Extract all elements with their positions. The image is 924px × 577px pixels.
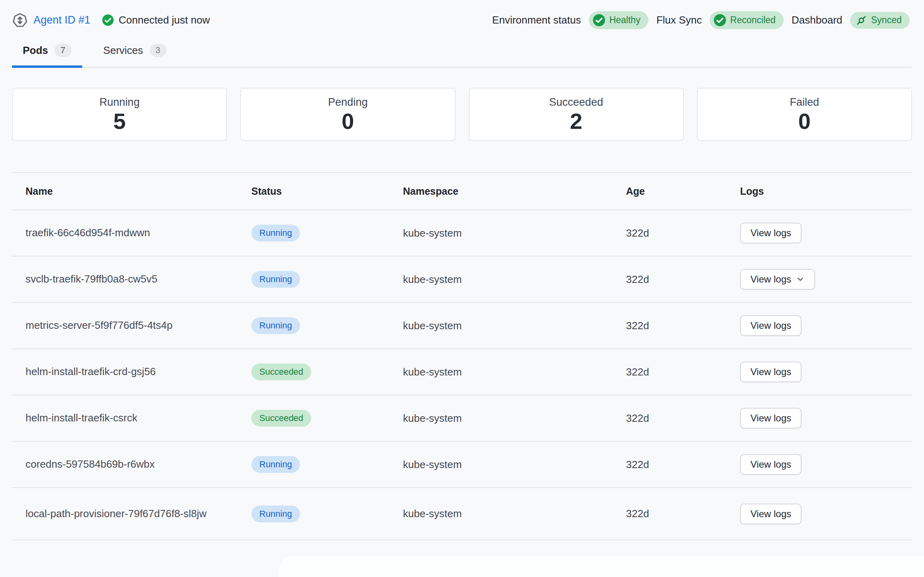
topbar: Agent ID #1 Connected just now Environme… — [0, 0, 924, 29]
view-logs-button[interactable]: View logs — [740, 315, 802, 336]
status-badge: Running — [251, 456, 300, 473]
status-badge: Running — [251, 317, 300, 334]
pod-name: local-path-provisioner-79f67d76f8-sl8jw — [26, 507, 207, 521]
column-header-age: Age — [626, 186, 740, 197]
summary-card-succeeded: Succeeded 2 — [469, 88, 684, 141]
view-logs-label: View logs — [750, 413, 791, 424]
column-header-status: Status — [251, 186, 403, 197]
dashboard-sync-badge: Synced — [850, 12, 910, 29]
view-logs-label: View logs — [750, 366, 791, 377]
summary-card-value: 5 — [113, 110, 126, 132]
view-logs-button[interactable]: View logs — [740, 362, 802, 382]
status-badge: Succeeded — [251, 410, 311, 427]
view-logs-button[interactable]: View logs — [740, 504, 802, 524]
summary-card-label: Pending — [328, 96, 367, 109]
status-badge: Running — [251, 506, 300, 522]
namespace: kube-system — [403, 366, 626, 378]
table-header: Name Status Namespace Age Logs — [12, 172, 912, 210]
status-badge: Running — [251, 271, 300, 288]
pods-table: Name Status Namespace Age Logs traefik-6… — [12, 172, 912, 540]
pod-name: svclb-traefik-79ffb0a8-cw5v5 — [26, 272, 157, 286]
age: 322d — [626, 227, 740, 239]
topbar-right: Environment status Healthy Flux Sync Rec… — [492, 11, 910, 29]
namespace: kube-system — [403, 508, 626, 520]
status-badge: Succeeded — [251, 364, 311, 380]
tab-pods[interactable]: Pods 7 — [12, 40, 82, 67]
view-logs-button[interactable]: View logs — [740, 408, 802, 429]
summary-card-value: 0 — [798, 110, 811, 132]
summary-card-pending: Pending 0 — [240, 88, 455, 141]
namespace: kube-system — [403, 412, 626, 425]
view-logs-button[interactable]: View logs — [740, 454, 802, 475]
tab-services-count-badge: 3 — [150, 43, 166, 57]
agent-shield-icon — [12, 12, 28, 28]
topbar-left: Agent ID #1 Connected just now — [12, 12, 210, 28]
view-logs-label: View logs — [750, 320, 791, 331]
namespace: kube-system — [403, 458, 626, 471]
table-row: coredns-597584b69b-r6wbx Running kube-sy… — [12, 442, 912, 488]
table-row: svclb-traefik-79ffb0a8-cw5v5 Running kub… — [12, 257, 912, 303]
pod-name: traefik-66c46d954f-mdwwn — [26, 226, 150, 240]
pod-name: metrics-server-5f9f776df5-4ts4p — [26, 318, 172, 332]
pod-name: helm-install-traefik-crd-gsj56 — [26, 365, 156, 379]
synced-link-icon — [855, 14, 867, 26]
agent-dashboard-page: Agent ID #1 Connected just now Environme… — [0, 0, 924, 577]
healthy-check-icon — [592, 14, 606, 27]
column-header-logs: Logs — [740, 186, 912, 197]
view-logs-button[interactable]: View logs — [740, 223, 802, 243]
agent-id-link[interactable]: Agent ID #1 — [34, 14, 91, 26]
environment-status-badge-label: Healthy — [609, 15, 640, 26]
table-row: helm-install-traefik-crd-gsj56 Succeeded… — [12, 349, 912, 395]
bottom-sheet-edge — [279, 556, 924, 577]
namespace: kube-system — [403, 273, 626, 286]
summary-card-running: Running 5 — [12, 88, 227, 141]
environment-status-label: Environment status — [492, 14, 581, 26]
tab-bar: Pods 7 Services 3 — [12, 40, 912, 68]
flux-sync-label: Flux Sync — [656, 14, 702, 26]
reconciled-check-icon — [713, 14, 727, 27]
dashboard-sync-badge-label: Synced — [871, 15, 902, 26]
view-logs-dropdown-button[interactable]: View logs — [740, 269, 815, 290]
summary-card-label: Running — [99, 96, 140, 109]
age: 322d — [626, 412, 740, 425]
tab-services-label: Services — [103, 44, 143, 57]
environment-status-badge: Healthy — [589, 11, 648, 29]
tab-pods-count-badge: 7 — [55, 43, 71, 57]
age: 322d — [626, 508, 740, 520]
column-header-name: Name — [12, 186, 251, 197]
pod-name: coredns-597584b69b-r6wbx — [26, 457, 155, 471]
table-row: local-path-provisioner-79f67d76f8-sl8jw … — [12, 488, 912, 540]
age: 322d — [626, 320, 740, 332]
flux-sync-badge: Reconciled — [710, 11, 784, 29]
view-logs-label: View logs — [750, 274, 791, 285]
summary-card-label: Succeeded — [549, 96, 603, 109]
summary-card-label: Failed — [790, 96, 819, 109]
namespace: kube-system — [403, 227, 626, 239]
summary-card-failed: Failed 0 — [697, 88, 912, 141]
column-header-namespace: Namespace — [403, 186, 626, 197]
chevron-down-icon — [796, 275, 805, 284]
connection-status-text: Connected just now — [119, 14, 210, 26]
table-row: metrics-server-5f9f776df5-4ts4p Running … — [12, 303, 912, 349]
dashboard-label: Dashboard — [792, 14, 842, 26]
pod-name: helm-install-traefik-csrck — [26, 411, 137, 425]
namespace: kube-system — [403, 320, 626, 332]
connected-check-icon — [102, 14, 114, 26]
status-badge: Running — [251, 225, 300, 241]
summary-card-value: 0 — [342, 110, 354, 132]
table-row: helm-install-traefik-csrck Succeeded kub… — [12, 395, 912, 442]
summary-card-value: 2 — [570, 110, 582, 132]
view-logs-label: View logs — [750, 227, 791, 239]
tab-pods-label: Pods — [23, 44, 48, 57]
age: 322d — [626, 366, 740, 378]
age: 322d — [626, 273, 740, 286]
summary-cards: Running 5 Pending 0 Succeeded 2 Failed 0 — [12, 88, 912, 141]
flux-sync-badge-label: Reconciled — [730, 15, 776, 26]
age: 322d — [626, 458, 740, 471]
view-logs-label: View logs — [750, 508, 791, 520]
view-logs-label: View logs — [750, 459, 791, 470]
tab-services[interactable]: Services 3 — [93, 40, 177, 67]
table-row: traefik-66c46d954f-mdwwn Running kube-sy… — [12, 210, 912, 257]
